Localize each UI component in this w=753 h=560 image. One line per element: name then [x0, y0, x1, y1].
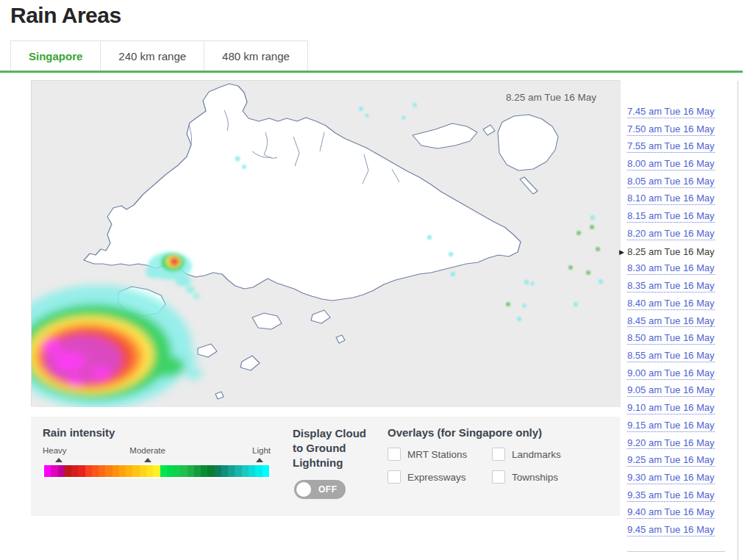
rain-intensity-scale: HeavyModerateLight: [43, 446, 271, 483]
timeline-item-link[interactable]: 9.35 am Tue 16 May: [627, 490, 715, 502]
legend-color-cell: [126, 465, 132, 477]
rain-intensity-title: Rain intensity: [43, 426, 115, 439]
tab-480-km-range[interactable]: 480 km range: [204, 40, 308, 71]
timeline-item-link[interactable]: 8.00 am Tue 16 May: [627, 159, 715, 170]
toggle-knob-icon: [296, 482, 311, 497]
intensity-label-light: Light: [252, 446, 271, 455]
legend-color-cell: [146, 465, 153, 477]
legend-color-cell: [105, 465, 112, 477]
timeline-item-link[interactable]: 9.20 am Tue 16 May: [627, 438, 715, 450]
timeline-item: 8.00 am Tue 16 May: [627, 156, 736, 173]
timeline-item: 9.05 am Tue 16 May: [627, 383, 736, 401]
intensity-marker-triangle-icon: [144, 458, 151, 462]
legend-color-cell: [92, 465, 99, 477]
toggle-state-label: OFF: [318, 484, 338, 495]
timeline-item-link[interactable]: 8.15 am Tue 16 May: [627, 211, 715, 223]
checkbox-expressways[interactable]: [388, 470, 401, 484]
legend-color-cell: [51, 465, 57, 477]
timeline-item-link[interactable]: 9.25 am Tue 16 May: [627, 455, 715, 467]
legend-color-cell: [174, 465, 180, 477]
legend-color-cell: [242, 465, 249, 477]
timeline-item: 8.30 am Tue 16 May: [627, 260, 736, 278]
legend-color-cell: [188, 465, 194, 477]
legend-panel: Rain intensity HeavyModerateLight Displa…: [31, 417, 620, 516]
timeline-item: 8.40 am Tue 16 May: [627, 295, 736, 313]
checkbox-mrt-stations[interactable]: [388, 448, 401, 461]
intensity-label-moderate: Moderate: [129, 446, 165, 455]
timeline-item-link[interactable]: 9.30 am Tue 16 May: [627, 473, 715, 484]
timeline-item-link[interactable]: 8.35 am Tue 16 May: [627, 281, 715, 292]
timeline-item-link[interactable]: 8.30 am Tue 16 May: [627, 263, 715, 275]
legend-color-cell: [207, 465, 214, 477]
timeline-item-label: 8.25 am Tue 16 May: [627, 246, 715, 257]
intensity-marker-triangle-icon: [256, 458, 263, 462]
lightning-toggle[interactable]: OFF: [294, 480, 346, 499]
timeline-item-link[interactable]: 7.45 am Tue 16 May: [627, 107, 715, 118]
singapore-map-svg: 8.25 am Tue 16 May: [32, 81, 621, 407]
rain-areas-page: Rain Areas Singapore240 km range480 km r…: [0, 0, 753, 560]
legend-color-cell: [113, 465, 119, 477]
timeline-item-link[interactable]: 9.15 am Tue 16 May: [627, 420, 715, 432]
timeline-item: 9.10 am Tue 16 May: [627, 400, 736, 417]
timeline-item-link[interactable]: 8.50 am Tue 16 May: [627, 333, 715, 345]
overlay-option-landmarks: Landmarks: [492, 448, 608, 461]
legend-color-cell: [85, 465, 92, 477]
lightning-title: Display Cloud to Ground Lightning: [293, 426, 379, 470]
legend-color-cell: [249, 465, 255, 477]
timeline-item-link[interactable]: 9.00 am Tue 16 May: [627, 368, 715, 380]
overlays-section: Overlays (for Singapore only) MRT Statio…: [388, 426, 608, 484]
legend-color-cell: [132, 465, 139, 477]
timeline-item-link[interactable]: 9.10 am Tue 16 May: [627, 403, 715, 414]
legend-color-cell: [221, 465, 228, 477]
legend-color-cell: [180, 465, 187, 477]
timeline-item: 8.55 am Tue 16 May: [627, 348, 736, 365]
timeline-item: 8.05 am Tue 16 May: [627, 173, 736, 191]
rain-intensity-color-bar: [43, 464, 271, 478]
legend-color-cell: [201, 465, 207, 477]
legend-color-cell: [119, 465, 126, 477]
tab-240-km-range[interactable]: 240 km range: [100, 40, 204, 71]
checkbox-label: Expressways: [407, 472, 466, 483]
timeline-item-link[interactable]: 9.05 am Tue 16 May: [627, 385, 715, 397]
tab-singapore[interactable]: Singapore: [10, 40, 101, 71]
tabs-active-rule: [0, 71, 743, 73]
timeline-item-link[interactable]: 8.40 am Tue 16 May: [627, 298, 715, 310]
legend-color-cell: [153, 465, 160, 477]
lightning-section: Display Cloud to Ground Lightning: [293, 426, 379, 470]
overlay-option-townships: Townships: [492, 470, 608, 484]
legend-color-cell: [167, 465, 174, 477]
timeline-item: 8.35 am Tue 16 May: [627, 278, 736, 295]
timeline-item: 9.45 am Tue 16 May: [627, 522, 736, 539]
timeline-item-link[interactable]: 8.05 am Tue 16 May: [627, 176, 715, 188]
checkbox-townships[interactable]: [492, 470, 505, 484]
timeline-item: 9.30 am Tue 16 May: [627, 470, 736, 487]
checkbox-label: Landmarks: [512, 449, 561, 460]
checkbox-label: MRT Stations: [407, 449, 467, 460]
timeline-item-link[interactable]: 9.45 am Tue 16 May: [627, 525, 715, 536]
timeline-item-link[interactable]: 8.10 am Tue 16 May: [627, 193, 715, 205]
timeline-item-link[interactable]: 8.45 am Tue 16 May: [627, 316, 715, 328]
legend-color-cell: [255, 465, 262, 477]
timeline-item-link[interactable]: 8.55 am Tue 16 May: [627, 351, 715, 362]
intensity-marker-triangle-icon: [55, 458, 63, 462]
timeline-item: 9.40 am Tue 16 May: [627, 505, 736, 523]
timeline-item: 9.35 am Tue 16 May: [627, 487, 736, 505]
legend-color-cell: [71, 465, 78, 477]
timeline-item-link[interactable]: 8.20 am Tue 16 May: [627, 229, 715, 240]
timeline-item: 7.45 am Tue 16 May: [627, 104, 736, 121]
timeline-item-link[interactable]: 9.40 am Tue 16 May: [627, 507, 715, 519]
legend-color-cell: [235, 465, 241, 477]
legend-color-cell: [58, 465, 65, 477]
timeline-item-link[interactable]: 7.50 am Tue 16 May: [627, 124, 715, 136]
legend-color-cell: [44, 465, 51, 477]
timeline-item: 7.50 am Tue 16 May: [627, 121, 736, 139]
legend-color-cell: [160, 465, 167, 477]
legend-color-cell: [140, 465, 146, 477]
legend-color-cell: [78, 465, 85, 477]
timeline-item: 9.20 am Tue 16 May: [627, 435, 736, 453]
tabs: Singapore240 km range480 km range: [10, 40, 308, 71]
checkbox-landmarks[interactable]: [492, 448, 505, 461]
selected-item-arrow-icon: ▶: [619, 248, 624, 256]
timeline-bottom-rule: [627, 551, 725, 552]
timeline-item-link[interactable]: 7.55 am Tue 16 May: [627, 141, 715, 153]
